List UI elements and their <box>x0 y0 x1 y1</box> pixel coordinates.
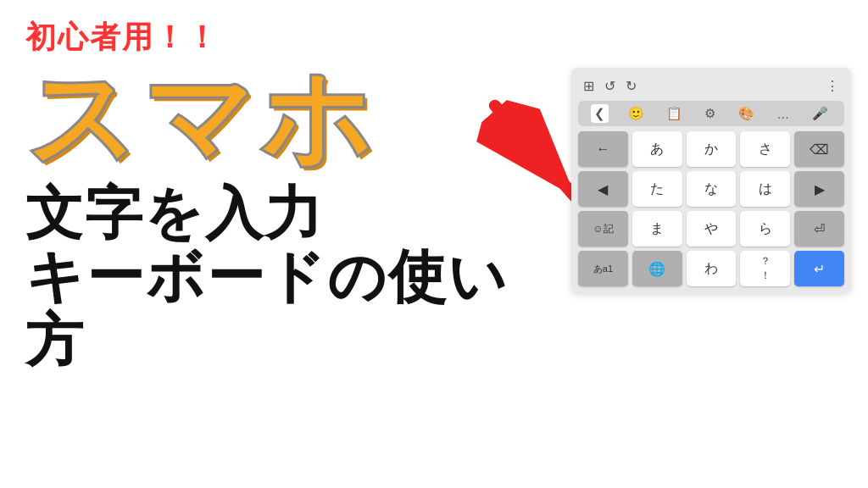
key-row-2: ◀ た な は ▶ <box>578 171 844 207</box>
key-backspace[interactable]: ⌫ <box>794 131 844 167</box>
key-ra[interactable]: ら <box>740 211 790 247</box>
left-content: 初心者用！！ スマホ 文字を入力 キーボードの使い方 <box>25 17 517 371</box>
key-left-arrow[interactable]: ← <box>578 131 628 167</box>
key-emoji-ki[interactable]: ☺記 <box>578 211 628 247</box>
clipboard-icon[interactable]: 📋 <box>663 104 686 123</box>
subtitle-text: 初心者用！！ <box>25 17 517 58</box>
sub-line-2: キーボードの使い方 <box>25 245 517 372</box>
key-row-4: あa1 🌐 わ ？！ ↵ <box>578 251 844 286</box>
expand-icon[interactable]: ⊞ <box>583 78 594 94</box>
key-ka[interactable]: か <box>687 131 737 167</box>
back-icon[interactable]: ❮ <box>591 104 609 123</box>
mic-icon[interactable]: 🎤 <box>809 104 832 123</box>
more-icon[interactable]: ⋮ <box>826 78 839 94</box>
keyboard-panel: ⊞ ↺ ↻ ⋮ ❮ 🙂 📋 ⚙ 🎨 … 🎤 ← あ か さ ⌫ ◀ た な は … <box>571 68 851 293</box>
keyboard-toolbar: ⊞ ↺ ↻ ⋮ <box>578 75 844 97</box>
key-globe[interactable]: 🌐 <box>632 251 682 286</box>
sub-lines: 文字を入力 キーボードの使い方 <box>25 181 517 371</box>
key-na[interactable]: な <box>687 171 737 207</box>
key-ha[interactable]: は <box>740 171 790 207</box>
key-right-caret[interactable]: ▶ <box>794 171 844 207</box>
key-left-caret[interactable]: ◀ <box>578 171 628 207</box>
key-wa[interactable]: わ <box>687 251 737 286</box>
key-input-mode[interactable]: あa1 <box>578 251 628 286</box>
key-ta[interactable]: た <box>632 171 682 207</box>
key-ya[interactable]: や <box>687 211 737 247</box>
key-sa[interactable]: さ <box>740 131 790 167</box>
theme-icon[interactable]: 🎨 <box>735 104 758 123</box>
redo-icon[interactable]: ↻ <box>626 78 637 94</box>
sub-line-1: 文字を入力 <box>25 181 517 245</box>
key-rows: ← あ か さ ⌫ ◀ た な は ▶ ☺記 ま や ら ⏎ あa1 🌐 わ ？… <box>578 131 844 286</box>
main-title-text: スマホ <box>25 63 517 173</box>
more-dots-icon[interactable]: … <box>773 105 793 123</box>
key-enter[interactable]: ↵ <box>794 251 844 286</box>
key-newline[interactable]: ⏎ <box>794 211 844 247</box>
key-punctuation[interactable]: ？！ <box>740 251 790 286</box>
key-row-1: ← あ か さ ⌫ <box>578 131 844 167</box>
emoji-icon[interactable]: 🙂 <box>625 104 648 123</box>
toolbar-left: ⊞ ↺ ↻ <box>583 78 637 94</box>
key-a[interactable]: あ <box>632 131 682 167</box>
key-ma[interactable]: ま <box>632 211 682 247</box>
icon-row: ❮ 🙂 📋 ⚙ 🎨 … 🎤 <box>578 101 844 126</box>
settings-icon[interactable]: ⚙ <box>701 104 719 123</box>
undo-icon[interactable]: ↺ <box>604 78 615 94</box>
key-row-3: ☺記 ま や ら ⏎ <box>578 211 844 247</box>
